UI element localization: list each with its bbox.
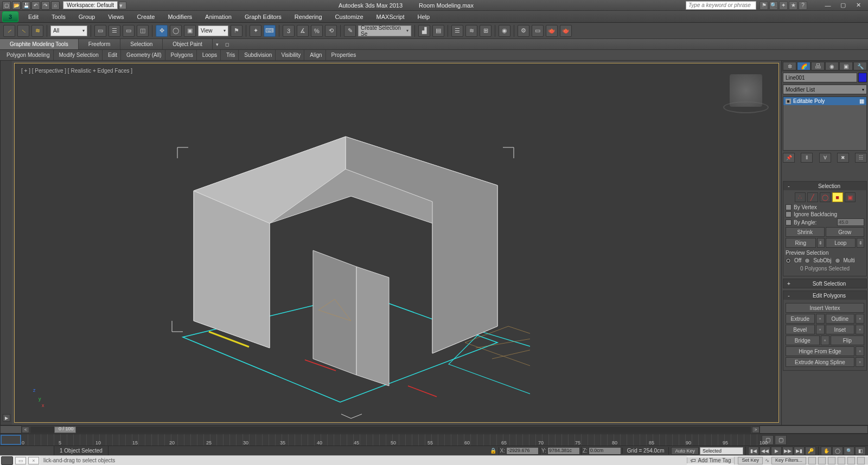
percent-snap-icon[interactable]: % [311, 25, 323, 37]
grow-button[interactable]: Grow [826, 227, 865, 237]
expand-trackbar-icon[interactable]: ▶ [3, 414, 10, 422]
search-help-icon[interactable]: 🔍 [769, 1, 778, 10]
select-move-icon[interactable]: ✥ [156, 25, 168, 37]
menu-modifiers[interactable]: Modifiers [161, 11, 199, 22]
stack-item-editable-poly[interactable]: ■ Editable Poly ▦ [783, 97, 866, 105]
snap-toggle-icon[interactable]: 3 [283, 25, 295, 37]
ribbon-toggle-icon[interactable]: ▾ [213, 39, 222, 49]
help-icon[interactable]: ? [799, 1, 807, 10]
menu-rendering[interactable]: Rendering [288, 11, 329, 22]
coord-z-value[interactable]: 0.0cm [589, 447, 621, 455]
goto-end-icon[interactable]: ▶▮ [794, 447, 805, 455]
ribbon-tab-selection[interactable]: Selection [120, 39, 163, 49]
inset-button[interactable]: Inset [826, 325, 855, 334]
open-icon[interactable]: 📂 [12, 1, 21, 10]
viewport-label[interactable]: [ + ] [ Perspective ] [ Realistic + Edge… [21, 68, 132, 74]
coord-y-value[interactable]: 9784.381c [547, 447, 580, 455]
use-pivot-icon[interactable]: ⚑ [231, 25, 242, 37]
preview-off-radio[interactable] [786, 258, 791, 263]
select-rotate-icon[interactable]: ◯ [170, 25, 182, 37]
time-slider-right-arrow[interactable]: > [752, 427, 760, 433]
motion-tab-icon[interactable]: ◉ [825, 62, 839, 70]
by-angle-spinner[interactable]: 45.0 [837, 218, 864, 226]
preview-multi-radio[interactable] [835, 258, 840, 263]
spinner-snap-icon[interactable]: ⟲ [325, 25, 337, 37]
ribbon-pin-icon[interactable]: ◻ [222, 39, 232, 49]
menu-help[interactable]: Help [411, 11, 437, 22]
outline-button[interactable]: Outline [826, 314, 855, 324]
show-end-result-icon[interactable]: Ⅱ [801, 153, 813, 163]
ribbon-tab-graphite[interactable]: Graphite Modeling Tools [0, 39, 79, 49]
panel-geometry-all[interactable]: Geometry (All) [123, 50, 165, 60]
element-mode-icon[interactable]: ▣ [845, 192, 856, 202]
panel-polygon-modeling[interactable]: Polygon Modeling [3, 50, 54, 60]
search-input[interactable] [686, 1, 756, 10]
autokey-button[interactable]: Auto Key [671, 447, 699, 455]
application-button[interactable]: 3 [2, 11, 18, 22]
panel-properties[interactable]: Properties [328, 50, 360, 60]
render-setup-icon[interactable]: ⚙ [518, 25, 529, 37]
align-icon[interactable]: ▤ [432, 25, 444, 37]
bevel-button[interactable]: Bevel [786, 325, 815, 334]
maximize-button[interactable]: ▢ [835, 1, 851, 10]
object-name-input[interactable] [783, 73, 857, 82]
polygon-mode-icon[interactable]: ■ [832, 192, 843, 202]
key-filters-button[interactable]: Key Filters... [771, 457, 806, 464]
extrude-settings-icon[interactable]: ▫ [816, 314, 825, 324]
render-production-icon[interactable]: 🫖 [546, 25, 558, 37]
create-tab-icon[interactable]: ✲ [783, 62, 796, 70]
select-link-icon[interactable]: ⟋ [3, 25, 15, 37]
make-unique-icon[interactable]: ∀ [819, 153, 831, 163]
edit-named-sel-icon[interactable]: ✎ [344, 25, 356, 37]
next-frame-icon[interactable]: ▶▶ [782, 447, 793, 455]
mirror-icon[interactable]: ▟ [418, 25, 430, 37]
workspace-label[interactable]: Workspace: Default [63, 1, 118, 9]
by-vertex-checkbox[interactable]: By Vertex [786, 204, 864, 210]
prev-frame-icon[interactable]: ◀◀ [760, 447, 770, 455]
menu-graph-editors[interactable]: Graph Editors [238, 11, 288, 22]
menu-tools[interactable]: Tools [45, 11, 72, 22]
pin-stack-icon[interactable]: 📌 [783, 153, 795, 163]
nav-btn-2[interactable] [838, 457, 845, 464]
key-mode-combo[interactable]: Selected [700, 447, 743, 455]
goto-start-icon[interactable]: ▮◀ [748, 447, 759, 455]
menu-customize[interactable]: Customize [329, 11, 370, 22]
trackbar-ruler[interactable]: 0510152025303540455055606570758085909510… [22, 434, 760, 445]
ribbon-tab-freeform[interactable]: Freeform [79, 39, 121, 49]
inset-settings-icon[interactable]: ▫ [856, 325, 864, 334]
workspace-dropdown-icon[interactable]: ▾ [119, 2, 126, 9]
menu-create[interactable]: Create [130, 11, 161, 22]
nav-btn-4[interactable] [857, 457, 865, 464]
keyboard-shortcut-icon[interactable]: ⌨ [264, 25, 276, 37]
bind-space-warp-icon[interactable]: ≋ [31, 25, 43, 37]
hierarchy-tab-icon[interactable]: 品 [811, 62, 825, 70]
trackbar-pad[interactable] [0, 434, 22, 445]
bevel-settings-icon[interactable]: ▫ [816, 325, 825, 334]
vertex-mode-icon[interactable]: ∴ [795, 192, 806, 202]
rollout-selection-header[interactable]: -Selection [783, 182, 866, 190]
coord-x-value[interactable]: -2929.676 [506, 447, 539, 455]
nav-btn-3[interactable] [847, 457, 855, 464]
stack-lock-icon[interactable]: ▦ [859, 98, 864, 104]
border-mode-icon[interactable]: ◯ [820, 192, 831, 202]
extrude-button[interactable]: Extrude [786, 314, 815, 324]
close-button[interactable]: ✕ [851, 1, 866, 10]
selection-filter-combo[interactable]: All▾ [50, 25, 87, 36]
panel-visibility[interactable]: Visibility [278, 50, 304, 60]
hinge-button[interactable]: Hinge From Edge [786, 346, 854, 356]
rollout-soft-selection-header[interactable]: +Soft Selection [783, 279, 866, 288]
redo-icon[interactable]: ↷ [41, 1, 50, 10]
insert-vertex-button[interactable]: Insert Vertex [786, 303, 864, 313]
window-crossing-icon[interactable]: ◫ [137, 25, 149, 37]
loop-spinner[interactable]: ⇕ [857, 238, 864, 248]
schematic-view-icon[interactable]: ⊞ [480, 25, 492, 37]
tab-btn-1[interactable]: ▭ [15, 457, 26, 464]
unlink-icon[interactable]: ⟍ [17, 25, 29, 37]
ref-coord-combo[interactable]: View▾ [198, 25, 228, 36]
viewcube-ring[interactable] [723, 101, 769, 113]
add-time-tag[interactable]: 🏷 Add Time Tag [687, 457, 734, 463]
modifier-list-combo[interactable]: Modifier List▾ [783, 85, 867, 94]
nav-btn-1[interactable] [828, 457, 835, 464]
orbit-icon[interactable]: ◯ [832, 447, 843, 455]
panel-tris[interactable]: Tris [223, 50, 239, 60]
